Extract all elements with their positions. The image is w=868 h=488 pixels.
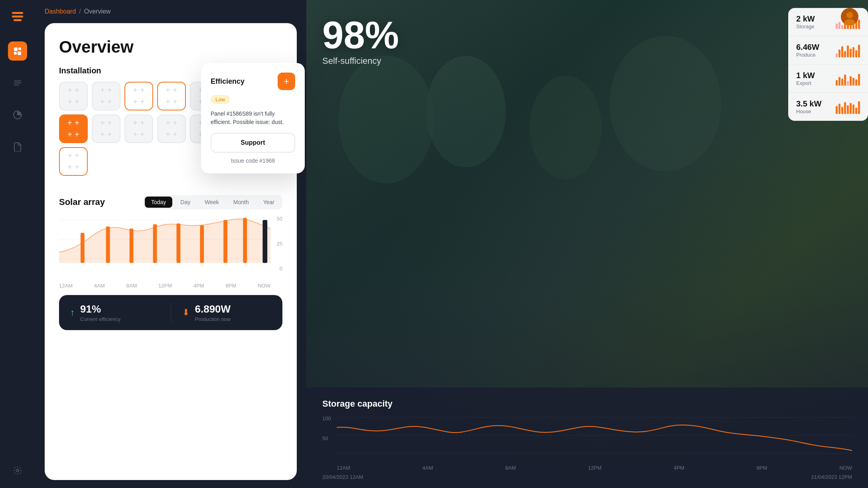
- breadcrumb: Dashboard / Overview: [45, 8, 297, 15]
- right-stat-cards: 2 kW Storage 6.46W Pr: [788, 8, 868, 121]
- efficiency-add-button[interactable]: +: [278, 73, 295, 90]
- sidebar-item-files[interactable]: [8, 73, 27, 92]
- svg-point-22: [530, 76, 602, 179]
- panel-0-0[interactable]: ++ ++: [59, 82, 88, 110]
- panel-0-2[interactable]: ++ ++: [124, 82, 153, 110]
- storage-value: 2 kW: [796, 14, 815, 24]
- svg-rect-19: [262, 220, 267, 263]
- self-sufficiency-label: Self-sufficiency: [322, 56, 399, 66]
- export-label: Export: [796, 80, 815, 86]
- produce-mini-bars: [836, 43, 860, 57]
- storage-chart: 10050: [322, 415, 852, 463]
- solar-array-title: Solar array: [59, 197, 105, 207]
- storage-x-labels: 12AM4AM8AM12PM4PM8PMNOW: [322, 465, 852, 471]
- produce-label: Produce: [796, 52, 819, 58]
- self-sufficiency: 98% Self-sufficiency: [322, 16, 399, 66]
- time-tabs: Today Day Week Month Year: [143, 195, 282, 209]
- breadcrumb-dashboard[interactable]: Dashboard: [45, 8, 76, 15]
- efficiency-description: Panel #1586S89 isn't fully efficient. Po…: [211, 110, 295, 126]
- left-panel: Dashboard / Overview Overview Installati…: [35, 0, 306, 488]
- production-label: Production now: [195, 316, 231, 322]
- efficiency-up-icon: ↑: [70, 307, 75, 318]
- stat-card-produce: 6.46W Produce: [788, 36, 868, 65]
- svg-rect-0: [12, 12, 23, 14]
- production-value: 6.890W: [195, 303, 231, 315]
- sidebar-logo: [9, 8, 26, 26]
- stats-bar: ↑ 91% Current efficiency ⬇ 6.890W Produc…: [59, 295, 282, 330]
- panel-2-0[interactable]: ++ ++: [92, 114, 120, 143]
- tab-day[interactable]: Day: [174, 197, 197, 208]
- efficiency-header: Efficiency +: [211, 73, 295, 90]
- storage-svg: [337, 415, 852, 455]
- svg-rect-2: [14, 19, 22, 21]
- sidebar-item-settings[interactable]: [8, 461, 27, 480]
- svg-point-7: [16, 469, 19, 472]
- tab-month[interactable]: Month: [227, 197, 255, 208]
- user-avatar[interactable]: [841, 8, 858, 26]
- svg-rect-6: [18, 51, 21, 55]
- stat-production: ⬇ 6.890W Production now: [171, 303, 272, 322]
- overview-title: Overview: [59, 37, 282, 57]
- panel-2-2[interactable]: ++ ++: [157, 114, 186, 143]
- breadcrumb-current: Overview: [84, 8, 111, 15]
- svg-rect-12: [106, 226, 110, 263]
- storage-y-labels: 10050: [322, 415, 337, 455]
- panel-2-4[interactable]: ++ ++: [59, 147, 88, 176]
- svg-rect-13: [130, 228, 134, 263]
- storage-label: Storage: [796, 24, 815, 30]
- panel-1-2[interactable]: ++ ++: [59, 114, 88, 143]
- efficiency-badge: Low: [211, 95, 230, 104]
- overview-card: Overview Installation ++ ++ ++ ++: [45, 23, 297, 480]
- sidebar-item-dashboard[interactable]: [8, 41, 27, 61]
- produce-value: 6.46W: [796, 43, 819, 52]
- efficiency-popup: Efficiency + Low Panel #1586S89 isn't fu…: [201, 63, 305, 173]
- solar-array-section: Solar array Today Day Week Month Year 50…: [59, 195, 282, 330]
- solar-chart: 50250: [59, 216, 282, 279]
- svg-point-21: [426, 56, 506, 167]
- right-panel: 98% Self-sufficiency 2 kW Storage: [306, 0, 868, 488]
- svg-rect-18: [243, 218, 247, 263]
- tab-year[interactable]: Year: [257, 197, 281, 208]
- svg-rect-5: [14, 52, 17, 55]
- stat-card-export: 1 kW Export: [788, 65, 868, 93]
- efficiency-label-stat: Current efficiency: [80, 316, 120, 322]
- sidebar-item-documents[interactable]: [8, 137, 27, 156]
- svg-rect-17: [223, 220, 227, 263]
- storage-section: Storage capacity 10050 1: [306, 388, 868, 488]
- svg-rect-1: [12, 16, 23, 18]
- efficiency-label: Efficiency: [211, 77, 245, 86]
- chart-svg-container: [59, 216, 270, 272]
- issue-code: Issue code #1968: [211, 157, 295, 164]
- support-button[interactable]: Support: [211, 133, 295, 153]
- svg-rect-3: [14, 47, 18, 51]
- solar-array-header: Solar array Today Day Week Month Year: [59, 195, 282, 209]
- panel-2-1[interactable]: ++ ++: [124, 114, 153, 143]
- svg-point-20: [338, 56, 434, 183]
- svg-point-28: [846, 12, 853, 18]
- main-content: Dashboard / Overview Overview Installati…: [35, 0, 868, 488]
- date-end: 21/04/2023 12PM: [811, 474, 852, 480]
- house-value: 3.5 kW: [796, 99, 821, 108]
- chart-x-labels: 12AM4AM8AM12PM4PM8PMNOW: [59, 283, 282, 289]
- date-start: 20/04/2023 12AM: [322, 474, 363, 480]
- svg-rect-15: [176, 223, 180, 263]
- sidebar-item-analytics[interactable]: [8, 105, 27, 124]
- panel-0-1[interactable]: ++ ++: [92, 82, 120, 110]
- production-down-icon: ⬇: [182, 307, 189, 318]
- breadcrumb-separator: /: [79, 8, 81, 15]
- chart-y-labels: 50250: [270, 216, 282, 279]
- tab-week[interactable]: Week: [198, 197, 225, 208]
- svg-point-23: [610, 36, 721, 171]
- sidebar: [0, 0, 35, 488]
- self-sufficiency-percent: 98%: [322, 16, 399, 54]
- export-mini-bars: [836, 71, 860, 86]
- house-label: House: [796, 108, 821, 114]
- svg-rect-16: [200, 225, 204, 263]
- svg-rect-4: [18, 47, 21, 50]
- stat-efficiency: ↑ 91% Current efficiency: [70, 303, 160, 322]
- tab-today[interactable]: Today: [145, 197, 172, 208]
- panel-1-0[interactable]: ++ ++: [157, 82, 186, 110]
- efficiency-value: 91%: [80, 303, 120, 315]
- export-value: 1 kW: [796, 71, 815, 80]
- date-range: 20/04/2023 12AM 21/04/2023 12PM: [322, 474, 852, 480]
